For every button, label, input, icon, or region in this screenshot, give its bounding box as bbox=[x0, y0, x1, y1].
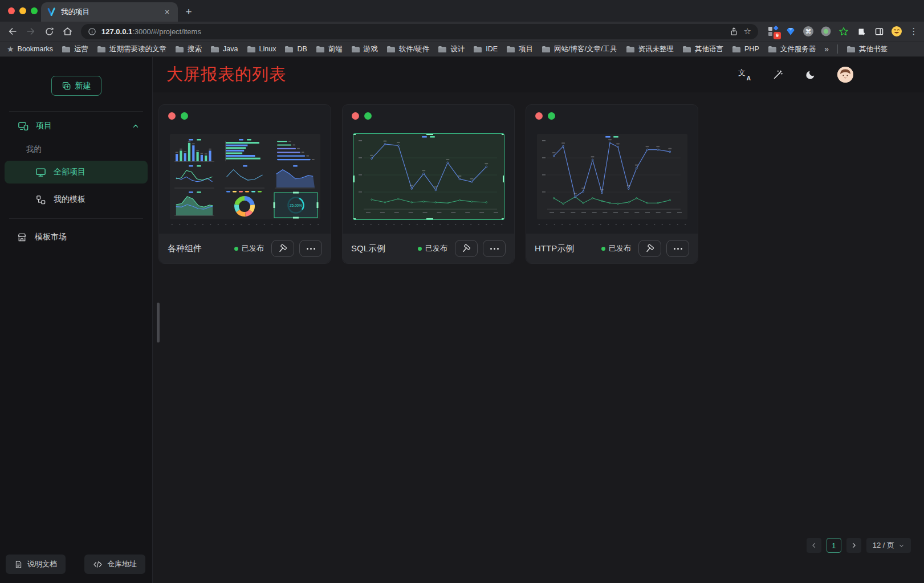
side-panel-icon[interactable] bbox=[872, 25, 886, 38]
project-card[interactable]: 25.00% 各种组件 已发布 bbox=[158, 104, 331, 264]
tab-close-icon[interactable]: × bbox=[162, 7, 172, 17]
next-page-button[interactable] bbox=[846, 538, 861, 553]
page-size-select[interactable]: 12 / 页 bbox=[866, 538, 911, 553]
docs-button[interactable]: 说明文档 bbox=[6, 555, 66, 574]
selection-handle[interactable] bbox=[503, 176, 504, 182]
chevron-down-icon bbox=[898, 543, 905, 549]
zoom-window-button[interactable] bbox=[31, 7, 38, 14]
template-flow-icon bbox=[35, 194, 46, 205]
selection-handle[interactable] bbox=[426, 134, 433, 135]
bookmark-item[interactable]: Java bbox=[210, 45, 238, 53]
forward-button[interactable] bbox=[23, 23, 39, 39]
url-text: 127.0.0.1:3000/#/project/items bbox=[101, 27, 201, 36]
reload-button[interactable] bbox=[41, 23, 57, 39]
folder-icon bbox=[542, 46, 551, 53]
more-button[interactable] bbox=[299, 240, 322, 257]
bookmark-item[interactable]: 搜索 bbox=[175, 44, 202, 54]
share-icon[interactable] bbox=[729, 27, 739, 36]
extension-gem-icon[interactable] bbox=[784, 25, 797, 38]
browser-tab[interactable]: 我的项目 × bbox=[41, 2, 178, 22]
new-tab-button[interactable]: + bbox=[181, 5, 196, 19]
sidebar-item-all-projects[interactable]: 全部项目 bbox=[5, 161, 148, 184]
bookmarks-items: 运营近期需要读的文章搜索JavaLinuxDB前端游戏软件/硬件设计IDE项目网… bbox=[62, 44, 816, 54]
bookmark-item[interactable]: 资讯未整理 bbox=[626, 44, 674, 54]
folder-icon bbox=[351, 46, 360, 53]
selection-handle[interactable] bbox=[353, 218, 356, 219]
new-project-button[interactable]: 新建 bbox=[51, 76, 101, 96]
page-info-icon[interactable] bbox=[88, 27, 96, 36]
home-button[interactable] bbox=[59, 23, 75, 39]
selection-handle[interactable] bbox=[353, 176, 355, 182]
project-thumbnail[interactable] bbox=[353, 134, 504, 219]
more-button[interactable] bbox=[483, 240, 506, 257]
edit-build-button[interactable] bbox=[455, 240, 478, 257]
language-icon[interactable]: 文 A bbox=[738, 69, 751, 80]
status-dot bbox=[418, 247, 422, 251]
bookmark-item[interactable]: 网站/博客/文章/工具 bbox=[542, 44, 617, 54]
status-badge: 已发布 bbox=[601, 243, 631, 254]
extensions-puzzle-icon[interactable] bbox=[854, 25, 868, 38]
bookmark-item[interactable]: 游戏 bbox=[351, 44, 378, 54]
selection-handle[interactable] bbox=[353, 134, 356, 135]
bookmark-item[interactable]: PHP bbox=[732, 45, 759, 53]
sidebar-item-projects[interactable]: 项目 bbox=[0, 113, 152, 139]
bookmark-item[interactable]: IDE bbox=[473, 45, 498, 53]
bookmarks-overflow-icon[interactable]: » bbox=[824, 44, 829, 54]
repo-button[interactable]: 仓库地址 bbox=[84, 555, 145, 574]
status-badge: 已发布 bbox=[418, 243, 447, 254]
page-header: 大屏报表的列表 文 A bbox=[153, 57, 924, 92]
bookmark-item[interactable]: 其他语言 bbox=[682, 44, 723, 54]
edit-build-button[interactable] bbox=[638, 240, 661, 257]
status-dot bbox=[601, 247, 605, 251]
back-button[interactable] bbox=[5, 23, 21, 39]
bookmark-item[interactable]: 前端 bbox=[316, 44, 343, 54]
more-button[interactable] bbox=[666, 240, 689, 257]
sidebar-item-template-market[interactable]: 模板市场 bbox=[0, 225, 152, 250]
other-bookmarks[interactable]: 其他书签 bbox=[846, 44, 888, 54]
bookmark-item[interactable]: DB bbox=[284, 45, 307, 53]
bookmark-item[interactable]: 软件/硬件 bbox=[386, 44, 429, 54]
extension-command-icon[interactable]: ⌘ bbox=[801, 25, 815, 38]
magic-wand-icon[interactable] bbox=[772, 70, 783, 80]
project-thumbnail[interactable] bbox=[537, 134, 687, 219]
extension-blocks-icon[interactable]: 9 bbox=[766, 25, 780, 38]
folder-icon bbox=[846, 46, 856, 53]
card-red-dot bbox=[168, 112, 176, 120]
bookmarks-manager[interactable]: ★ Bookmarks bbox=[7, 44, 53, 54]
user-avatar[interactable] bbox=[837, 67, 853, 83]
scrollbar-thumb[interactable] bbox=[157, 303, 160, 343]
bookmark-item[interactable]: 运营 bbox=[62, 44, 88, 54]
bookmark-item[interactable]: 近期需要读的文章 bbox=[97, 44, 166, 54]
minimize-window-button[interactable] bbox=[19, 7, 26, 14]
bookmark-item[interactable]: 文件服务器 bbox=[768, 44, 816, 54]
browser-menu-icon[interactable]: ⋮ bbox=[908, 26, 919, 36]
extension-record-icon[interactable] bbox=[819, 25, 833, 38]
project-card[interactable]: HTTP示例 已发布 bbox=[526, 104, 698, 264]
url-bar[interactable]: 127.0.0.1:3000/#/project/items ☆ bbox=[81, 24, 758, 39]
bookmarks-bar: ★ Bookmarks 运营近期需要读的文章搜索JavaLinuxDB前端游戏软… bbox=[0, 41, 924, 57]
close-window-button[interactable] bbox=[8, 7, 15, 14]
card-green-dot bbox=[181, 112, 188, 120]
bookmark-item[interactable]: 项目 bbox=[506, 44, 533, 54]
star-icon: ★ bbox=[7, 44, 14, 54]
bookmark-star-icon[interactable]: ☆ bbox=[744, 26, 751, 36]
app-root: 新建 项目 我的 全部项目 bbox=[0, 57, 924, 583]
selection-handle[interactable] bbox=[426, 218, 433, 219]
card-footer: SQL示例 已发布 bbox=[343, 234, 514, 263]
selection-handle[interactable] bbox=[502, 134, 504, 135]
project-card[interactable]: SQL示例 已发布 bbox=[342, 104, 515, 264]
extension-green-star-icon[interactable] bbox=[837, 25, 850, 38]
edit-build-button[interactable] bbox=[271, 240, 294, 257]
main-content: 大屏报表的列表 文 A bbox=[153, 57, 924, 583]
prev-page-button[interactable] bbox=[807, 538, 821, 553]
code-icon bbox=[93, 560, 103, 569]
extension-emoji-icon[interactable] bbox=[890, 25, 903, 38]
selection-handle[interactable] bbox=[502, 218, 504, 219]
bookmark-item[interactable]: 设计 bbox=[438, 44, 465, 54]
bookmark-item[interactable]: Linux bbox=[247, 45, 276, 53]
project-thumbnail[interactable]: 25.00% bbox=[170, 134, 320, 219]
page-number[interactable]: 1 bbox=[827, 538, 841, 553]
hammer-icon bbox=[645, 244, 655, 254]
sidebar-item-my-templates[interactable]: 我的模板 bbox=[5, 188, 148, 211]
dark-mode-moon-icon[interactable] bbox=[805, 70, 816, 80]
